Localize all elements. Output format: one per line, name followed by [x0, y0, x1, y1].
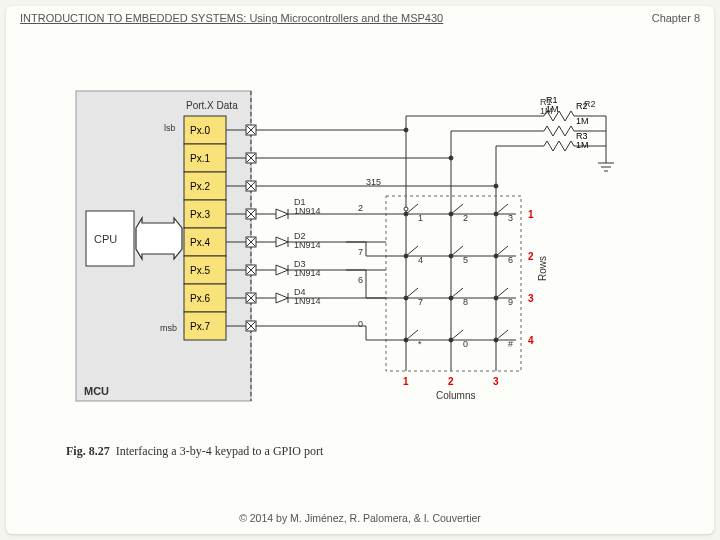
svg-text:Px.5: Px.5 [190, 265, 210, 276]
msb-label: msb [160, 323, 177, 333]
svg-line-118 [451, 246, 463, 256]
svg-text:2: 2 [358, 203, 363, 213]
svg-text:8: 8 [463, 297, 468, 307]
svg-point-49 [449, 156, 453, 160]
svg-line-112 [451, 204, 463, 214]
circuit-svg: MCU CPU Port.X Data Px.0 Px.1 Px.2 Px.3 … [66, 56, 646, 486]
svg-text:4: 4 [418, 255, 423, 265]
svg-marker-76 [276, 265, 288, 275]
svg-line-128 [406, 330, 418, 340]
svg-text:1: 1 [528, 209, 534, 220]
slide-card: INTRODUCTION TO EMBEDDED SYSTEMS: Using … [6, 6, 714, 534]
slide-header: INTRODUCTION TO EMBEDDED SYSTEMS: Using … [20, 12, 700, 24]
wire-315: 315 [366, 177, 381, 187]
port-pins: Px.0 Px.1 Px.2 Px.3 Px.4 Px.5 Px.6 Px.7 [184, 116, 226, 340]
svg-text:1M: 1M [540, 106, 553, 116]
svg-text:2: 2 [528, 251, 534, 262]
svg-text:Px.1: Px.1 [190, 153, 210, 164]
svg-text:2: 2 [448, 376, 454, 387]
chapter-label: Chapter 8 [652, 12, 700, 24]
svg-text:Px.7: Px.7 [190, 321, 210, 332]
svg-text:6: 6 [358, 275, 363, 285]
svg-line-126 [496, 288, 508, 298]
svg-point-48 [404, 128, 408, 132]
svg-text:1N914: 1N914 [294, 268, 321, 278]
svg-text:1: 1 [403, 376, 409, 387]
svg-text:1: 1 [418, 213, 423, 223]
svg-text:4: 4 [528, 335, 534, 346]
svg-text:Px.6: Px.6 [190, 293, 210, 304]
svg-line-132 [496, 330, 508, 340]
svg-text:3: 3 [493, 376, 499, 387]
svg-text:*: * [418, 339, 422, 349]
lsb-label: lsb [164, 123, 176, 133]
svg-text:1M: 1M [576, 116, 589, 126]
circuit-figure: MCU CPU Port.X Data Px.0 Px.1 Px.2 Px.3 … [66, 56, 646, 486]
svg-text:7: 7 [358, 247, 363, 257]
svg-text:3: 3 [508, 213, 513, 223]
svg-text:7: 7 [418, 297, 423, 307]
rows-label: Rows [537, 256, 548, 281]
svg-text:1N914: 1N914 [294, 296, 321, 306]
figure-caption: Fig. 8.27 Interfacing a 3-by-4 keypad to… [66, 444, 323, 459]
svg-line-120 [496, 246, 508, 256]
mcu-label: MCU [84, 385, 109, 397]
resistors [536, 111, 614, 171]
svg-text:1N914: 1N914 [294, 240, 321, 250]
svg-line-116 [406, 246, 418, 256]
cpu-label: CPU [94, 233, 117, 245]
svg-line-124 [451, 288, 463, 298]
svg-point-110 [404, 207, 408, 211]
svg-line-130 [451, 330, 463, 340]
book-title: INTRODUCTION TO EMBEDDED SYSTEMS: Using … [20, 12, 443, 24]
svg-text:Px.3: Px.3 [190, 209, 210, 220]
svg-text:1M: 1M [576, 140, 589, 150]
svg-text:R2: R2 [584, 99, 596, 109]
svg-text:3: 3 [528, 293, 534, 304]
svg-text:2: 2 [463, 213, 468, 223]
svg-text:1N914: 1N914 [294, 206, 321, 216]
svg-marker-72 [276, 237, 288, 247]
svg-marker-80 [276, 293, 288, 303]
svg-text:Px.2: Px.2 [190, 181, 210, 192]
svg-text:0: 0 [358, 319, 363, 329]
svg-text:6: 6 [508, 255, 513, 265]
svg-marker-68 [276, 209, 288, 219]
keypad-switches [346, 214, 516, 340]
svg-text:Px.4: Px.4 [190, 237, 210, 248]
svg-text:9: 9 [508, 297, 513, 307]
svg-line-114 [496, 204, 508, 214]
svg-text:0: 0 [463, 339, 468, 349]
svg-point-50 [494, 184, 498, 188]
port-header: Port.X Data [186, 100, 238, 111]
svg-text:Px.0: Px.0 [190, 125, 210, 136]
copyright-footer: © 2014 by M. Jiménez, R. Palomera, & I. … [6, 512, 714, 524]
svg-line-122 [406, 288, 418, 298]
keys [404, 204, 508, 342]
svg-text:5: 5 [463, 255, 468, 265]
cols-label: Columns [436, 390, 475, 401]
svg-text:#: # [508, 339, 513, 349]
bus-arrow [136, 218, 182, 259]
